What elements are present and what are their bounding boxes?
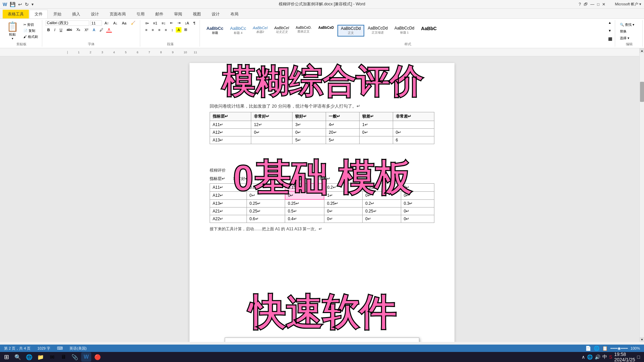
font-name-select[interactable] [46, 20, 89, 26]
show-formatting-button[interactable]: ¶ [192, 20, 197, 26]
tray-ime[interactable]: 中 [602, 354, 607, 360]
highlight-button[interactable]: 🖊 [98, 27, 105, 33]
tray-notification[interactable]: □ [637, 354, 640, 360]
taskbar-word[interactable]: W [81, 352, 91, 362]
style-biaoti[interactable]: AaBbCc 标题 [203, 25, 226, 37]
style-biaoti4[interactable]: AaBbCc 标题 4 [227, 25, 249, 37]
clear-format-button[interactable]: 🧹 [129, 20, 137, 26]
taskbar-search[interactable]: 🔍 [13, 352, 23, 362]
justify-button[interactable]: ≡ [163, 27, 168, 33]
format-painter-button[interactable]: 🖌 格式刷 [22, 34, 39, 40]
scroll-down-arrow[interactable]: ▼ [640, 337, 644, 342]
tab-yemian-buju[interactable]: 页面布局 [105, 10, 131, 18]
zoom-slider[interactable]: ━━━◉━━━ [610, 346, 628, 351]
quick-save[interactable]: 💾 [10, 2, 15, 7]
style-biaoti2[interactable]: AaBbCeI 标题2 [250, 25, 271, 37]
grow-font-button[interactable]: A↑ [103, 20, 111, 26]
tray-sound[interactable]: 🔊 [595, 354, 600, 360]
numbering-button[interactable]: ≡1 [151, 20, 159, 26]
replace-button[interactable]: 替换 [619, 29, 640, 34]
restore-button[interactable]: 🗗 [584, 2, 588, 7]
shrink-font-button[interactable]: A↓ [112, 20, 119, 26]
underline-button[interactable]: U [58, 27, 64, 33]
tab-biaoge-gongju[interactable]: 表格工具 [3, 10, 29, 18]
align-left-button[interactable]: ≡ [144, 27, 149, 33]
tray-network[interactable]: 🌐 [587, 354, 593, 360]
tab-shenyue[interactable]: 审阅 [169, 10, 187, 18]
document-page: 模糊综合评价 回收问卷统计结果，比如发放了 20 分问卷，统计每个评语有多少人打… [190, 63, 454, 342]
table1-header-1: 非常好↵ [251, 112, 292, 121]
align-right-button[interactable]: ≡ [157, 27, 162, 33]
decrease-indent-button[interactable]: ⇤ [168, 20, 175, 26]
tray-clock[interactable]: 19:58 2024/1/25 [614, 352, 635, 362]
cut-button[interactable]: ✂ 剪切 [22, 22, 39, 27]
styles-scroll-down[interactable]: ▼ [608, 29, 612, 33]
maximize-button[interactable]: □ [597, 2, 599, 7]
tab-sheji[interactable]: 设计 [86, 10, 104, 18]
select-button[interactable]: 选择 ▾ [619, 36, 640, 41]
view-normal-icon[interactable]: 📄 [585, 346, 591, 351]
customize-bar[interactable]: ▾ [32, 2, 34, 7]
font-color-button[interactable]: A [106, 27, 112, 33]
font-group: A↑ A↓ Aa 🧹 B I U abc X₂ X² A 🖊 A 字体 [43, 20, 140, 47]
tab-youjian[interactable]: 邮件 [150, 10, 168, 18]
minimize-button[interactable]: — [590, 2, 594, 7]
table1-header-5: 非常差↵ [393, 112, 434, 121]
taskbar-browser[interactable]: 🌐 [24, 352, 34, 362]
close-button[interactable]: ✕ [602, 2, 605, 7]
taskbar-store[interactable]: 🖥 [58, 352, 68, 362]
bold-button[interactable]: B [46, 27, 52, 33]
taskbar: ⊞ 🔍 🌐 📁 ✉ 🖥 📎 W 🔴 ∧ 🌐 🔊 中 S 19:58 2024/1… [0, 352, 644, 362]
microsoft-account[interactable]: Microsoft 帐户 ▾ [615, 2, 641, 7]
scroll-up-arrow[interactable]: ▲ [640, 48, 644, 53]
quick-undo[interactable]: ↩ [18, 2, 22, 7]
style-biaoti1[interactable]: AaBbCcDd 标题 1 [391, 25, 417, 37]
text-effect-button[interactable]: A [91, 27, 97, 33]
font-size-select[interactable] [90, 20, 102, 26]
taskbar-email[interactable]: ✉ [47, 352, 57, 362]
superscript-button[interactable]: X² [83, 27, 90, 33]
editing-label: 编辑 [619, 41, 640, 47]
increase-indent-button[interactable]: ⇥ [176, 20, 182, 26]
style-zhengwen[interactable]: AaBbCcDd 正文 [337, 25, 364, 37]
styles-scroll-up[interactable]: ▲ [608, 21, 612, 24]
taskbar-app2[interactable]: 📎 [70, 352, 80, 362]
shuanping-icon[interactable]: 📋 [602, 346, 608, 351]
scroll-thumb[interactable] [640, 82, 644, 102]
line-spacing-button[interactable]: ↕ [170, 27, 175, 33]
tab-charu[interactable]: 插入 [67, 10, 85, 18]
paste-button[interactable]: 📋 粘贴 ▾ [4, 21, 21, 40]
styles-expand[interactable]: ⬛ [608, 37, 612, 41]
multilevel-list-button[interactable]: ≡↕ [160, 20, 167, 26]
style-lunwenzhengwen[interactable]: AaBbCeI 论文正文 [271, 25, 292, 37]
find-button[interactable]: 🔍 查找 ▾ [619, 22, 640, 27]
taskbar-record[interactable]: 🔴 [93, 352, 103, 362]
tray-sougou[interactable]: S [609, 354, 612, 360]
tab-buju[interactable]: 布局 [225, 10, 244, 18]
view-web-icon[interactable]: 🌐 [594, 346, 599, 351]
tab-shitu[interactable]: 视图 [188, 10, 206, 18]
italic-button[interactable]: I [53, 27, 57, 33]
style-last[interactable]: AaBbC [418, 25, 440, 37]
help-button[interactable]: ? [579, 2, 581, 7]
tab-kaishi[interactable]: 开始 [48, 10, 66, 18]
shading-button[interactable]: A [176, 27, 181, 33]
bullets-button[interactable]: ≡• [144, 20, 150, 26]
style-tubiaozhengwen[interactable]: AaBbCeD. 图表正文 [293, 25, 315, 37]
tab-sheji2[interactable]: 设计 [207, 10, 225, 18]
align-center-button[interactable]: ≡ [150, 27, 155, 33]
border-button[interactable]: ⊞ [182, 27, 189, 33]
tray-arrow[interactable]: ∧ [582, 354, 585, 360]
style-zhengwensuojin[interactable]: AaBbCcDd 正文缩进 [365, 25, 391, 37]
copy-button[interactable]: 📄 复制 [22, 28, 39, 34]
tab-yinyong[interactable]: 引用 [131, 10, 150, 18]
start-button[interactable]: ⊞ [1, 352, 11, 362]
taskbar-explorer[interactable]: 📁 [36, 352, 46, 362]
subscript-button[interactable]: X₂ [75, 27, 82, 33]
quick-redo[interactable]: ↻ [25, 2, 29, 7]
change-case-button[interactable]: Aa [120, 20, 128, 26]
tab-wenjian[interactable]: 文件 [30, 10, 48, 18]
style-6[interactable]: AaBbCeD [315, 25, 337, 37]
sort-button[interactable]: ↕A [183, 20, 191, 26]
strikethrough-button[interactable]: abc [65, 27, 74, 32]
